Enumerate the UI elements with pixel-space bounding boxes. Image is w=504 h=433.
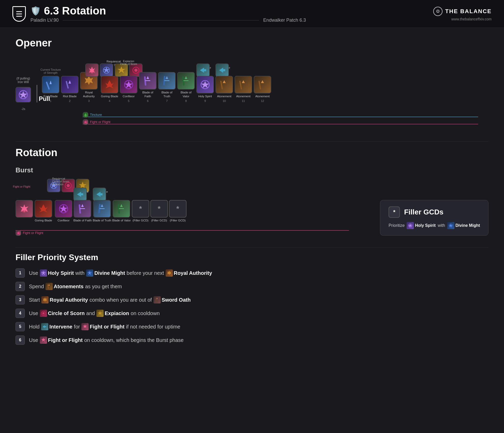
- burst-fof-label: Fight or Flight: [13, 185, 30, 188]
- burst-faith-icon: [74, 200, 91, 218]
- p1-holy-icon: [40, 269, 47, 277]
- filler-divine-name: Divine Might: [455, 223, 480, 228]
- pull-line: [37, 85, 37, 102]
- filler1-star: *: [139, 205, 142, 213]
- priority-item-3: 3 Start Royal Authority combo when you a…: [15, 295, 489, 304]
- burst-truth-label: Blade of Truth: [93, 219, 111, 222]
- holy-spirit-pre-icon: [15, 87, 31, 102]
- skill-item-riot-blade: Riot Blade 2: [61, 76, 79, 102]
- blade-valor-num: 8: [185, 99, 187, 102]
- royal-auth-label: RoyalAuthority: [83, 91, 95, 98]
- svg-marker-47: [77, 192, 83, 197]
- burst-truth-item: Intervene Blade of Truth: [93, 200, 111, 222]
- fof-small-icon: [85, 63, 99, 77]
- burst-fof-underline: [15, 230, 349, 231]
- p4-expiacion-icon: [96, 310, 104, 317]
- priority-item-4: 4 Use Circle of Scorn and Expiacion: [15, 309, 489, 318]
- skill-item-fast-blade: Current Tinctureof Strength Fast Blade 1: [42, 76, 59, 102]
- priority-num-5: 5: [15, 322, 25, 331]
- tincture-label: Tincture: [83, 112, 102, 118]
- priority-section: Filler Priority System 1 Use Holy Spirit…: [0, 247, 504, 355]
- svg-rect-33: [258, 81, 261, 90]
- burst-sequence: Fight or Flight . Goring Blade: [15, 177, 370, 238]
- burst-filler1-label: (Filler GCD): [133, 219, 148, 222]
- paladin-shield-icon: [12, 6, 26, 22]
- pre-label: (If pulling)Iron Will: [17, 77, 30, 84]
- priority-list: 1 Use Holy Spirit with Divine Might: [15, 268, 489, 345]
- header-emoji: 🛡️: [30, 6, 41, 16]
- priority-item-2: 2 Spend Atonements as you get them: [15, 282, 489, 291]
- svg-marker-69: [48, 284, 50, 286]
- burst-valor-label: Blade of Valor: [112, 219, 131, 222]
- p5-fof-icon: [81, 323, 89, 330]
- fast-blade-num: 1: [50, 99, 51, 102]
- fof-icon-small-tl: [83, 119, 88, 125]
- tincture-line: [83, 117, 478, 117]
- svg-rect-24: [183, 80, 189, 81]
- svg-rect-18: [145, 80, 150, 81]
- svg-rect-36: [85, 114, 86, 115]
- priority-text-6: Use Fight or Flight on cooldown, which b…: [29, 335, 184, 345]
- p2-atone-inline: Atonements: [45, 282, 84, 291]
- burst-confiteor-label: Confiteor: [58, 219, 70, 222]
- burst-valor-item: Blade of Valor: [112, 200, 131, 222]
- svg-marker-78: [41, 338, 45, 342]
- goring-blade-num: 4: [109, 99, 110, 102]
- filler-gcd-box: * Filler GCDs Prioritize Holy Spirit wit…: [380, 200, 489, 236]
- requiescat-small-icon: [100, 63, 113, 77]
- burst-goring-item: Goring Blade: [35, 200, 52, 222]
- holy9-label: Holy Spirit: [198, 94, 212, 98]
- blade-truth-num: 7: [166, 99, 168, 102]
- rotation-title: Rotation: [15, 147, 489, 158]
- filler-star-badge: *: [389, 206, 400, 218]
- priority-item-5: 5 Hold Intervene for Fight or Flight: [15, 322, 489, 331]
- fof-timeline-line: [83, 124, 478, 124]
- atonement-12-icon: [254, 76, 271, 93]
- holy9-buff-icons: [196, 63, 210, 77]
- svg-marker-37: [84, 121, 87, 124]
- fast-blade-icon: [42, 76, 59, 93]
- burst-confiteor-above: RequiescatCircle of ScornExpiacion: [52, 177, 69, 186]
- svg-rect-57: [119, 208, 124, 209]
- filler-priority-title: Filler Priority System: [15, 253, 489, 262]
- filler3-star: *: [176, 205, 179, 213]
- burst-filler2-item: * (Filler GCD): [150, 200, 168, 222]
- svg-marker-76: [43, 325, 46, 328]
- burst-intervene2-icon: [93, 188, 106, 201]
- skill-item-confiteor: ExpiacionCircle of Scorn Confiteor 5: [120, 76, 137, 102]
- pre-skill-label: -2s: [21, 107, 25, 111]
- rotation-section: Rotation Burst Fight or Flight . Goring …: [0, 142, 504, 247]
- atone10-buff-icons: [215, 63, 229, 77]
- burst-filler3-item: * (Filler GCD): [169, 200, 187, 222]
- filler-box-title: Filler GCDs: [404, 208, 443, 216]
- header-right: ⚙ THE BALANCE www.thebalanceffxiv.com: [433, 7, 492, 21]
- svg-rect-31: [239, 81, 242, 90]
- p5-fof-inline: Fight or Flight: [81, 322, 124, 331]
- svg-marker-39: [20, 204, 28, 213]
- riot-blade-label: Riot Blade: [63, 94, 76, 98]
- fast-blade-label: Fast Blade: [44, 94, 58, 98]
- svg-rect-2: [46, 82, 50, 90]
- svg-marker-58: [17, 231, 20, 235]
- burst-filler3-icon: *: [169, 200, 187, 218]
- p3-sword-icon: [153, 296, 161, 303]
- svg-rect-21: [164, 80, 169, 81]
- subtitle-text: Paladin LV.90: [30, 18, 59, 23]
- filler-holy-name: Holy Spirit: [415, 223, 436, 228]
- p3-royal-inline: Royal Authority: [41, 295, 88, 304]
- burst-valor-icon: [113, 200, 130, 218]
- header-left: 🛡️ 6.3 Rotation Paladin LV.90 Endwalker …: [12, 5, 306, 23]
- svg-marker-17: [146, 76, 149, 79]
- svg-marker-53: [101, 204, 103, 207]
- filler2-star: *: [158, 205, 161, 213]
- filler-desc: Prioritize Holy Spirit with Divine Might: [389, 222, 480, 229]
- intervene10-icon: [215, 63, 229, 77]
- atone12-label: Atonement: [255, 94, 270, 98]
- svg-marker-77: [83, 324, 87, 328]
- tincture-icon-small: [83, 112, 88, 118]
- burst-goring-label: Goring Blade: [35, 219, 52, 222]
- svg-marker-32: [242, 80, 245, 83]
- burst-faith-label: Blade of Faith: [73, 219, 92, 222]
- burst-filler2-label: (Filler GCD): [151, 219, 167, 222]
- skill-item-atone12: Atonement 12: [254, 76, 271, 102]
